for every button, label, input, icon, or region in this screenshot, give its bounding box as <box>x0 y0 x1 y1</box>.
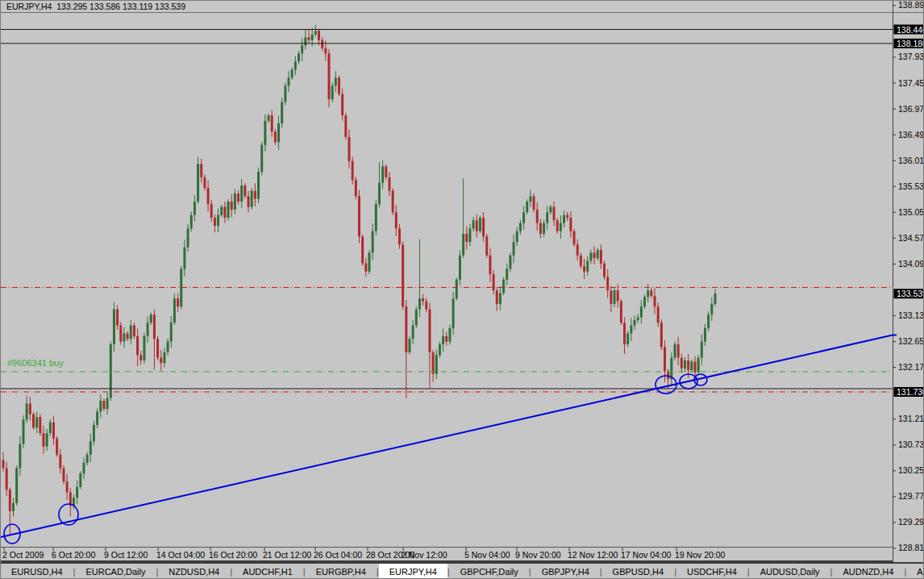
candle-body <box>127 334 129 339</box>
candle-body <box>654 296 656 306</box>
candle-body <box>248 196 250 206</box>
tab-usdchf-h4[interactable]: USDCHF,H4 <box>676 564 747 579</box>
candle-body <box>640 306 643 317</box>
candle-body <box>381 167 384 183</box>
candle-body <box>348 137 350 161</box>
candle-body <box>566 215 568 218</box>
candle-body <box>522 212 525 223</box>
candle-body <box>560 223 562 231</box>
candle-body <box>593 252 596 258</box>
candle-body <box>231 202 233 210</box>
candle-body <box>96 411 98 425</box>
candle-body <box>502 280 505 294</box>
candle-body <box>42 433 44 447</box>
tab-gbpusd-h4[interactable]: GBPUSD,H4 <box>602 564 675 579</box>
candle-body <box>442 336 444 344</box>
candle-body <box>664 347 666 371</box>
candle-body <box>620 301 622 323</box>
tab-eurusd-h4[interactable]: EURUSD,H4 <box>1 564 73 579</box>
candle-body <box>29 403 31 414</box>
candle-body <box>35 417 38 427</box>
candle-body <box>626 334 629 344</box>
candle-body <box>268 115 270 121</box>
candle-body <box>361 236 364 263</box>
candle-body <box>207 188 210 204</box>
candle-body <box>116 309 119 325</box>
candle-body <box>19 444 21 468</box>
time-label: 19 Nov 20:00 <box>675 550 726 560</box>
candle-body <box>2 460 5 468</box>
tab-gbpjpy-h4[interactable]: GBPJPY,H4 <box>531 564 600 579</box>
price-axis[interactable]: 138.890137.930137.450136.970136.490136.0… <box>893 1 924 562</box>
candle-body <box>93 425 95 441</box>
time-label: 9 Nov 20:00 <box>515 550 561 560</box>
candle-body <box>513 242 515 256</box>
price-box-label: 131.730 <box>897 387 924 397</box>
candle-body <box>435 355 438 373</box>
candle-body <box>203 177 206 188</box>
candle-body <box>600 250 602 264</box>
candle-body <box>412 326 414 339</box>
tab-eurgbp-h4[interactable]: EURGBP,H4 <box>306 564 377 579</box>
chart-area[interactable]: #9606341 buy2 Oct 20096 Oct 20:009 Oct 1… <box>1 1 893 562</box>
candle-body <box>197 164 199 202</box>
candle-body <box>227 202 230 218</box>
candle-body <box>200 164 202 177</box>
candle-body <box>281 102 283 123</box>
price-tick-label: 129.770 <box>898 491 924 501</box>
candle-body <box>617 290 619 301</box>
candle-body <box>106 398 109 409</box>
candle-body <box>526 202 528 212</box>
candle-body <box>707 314 710 328</box>
candle-body <box>167 342 169 352</box>
candle-body <box>465 234 468 242</box>
tab-audchf-h1[interactable]: AUDCHF,H1 <box>232 564 303 579</box>
tab-eurcad-daily[interactable]: EURCAD,Daily <box>75 564 156 579</box>
candle-body <box>556 220 559 231</box>
candle-body <box>710 304 713 314</box>
candle-body <box>589 252 592 260</box>
price-tick-label: 136.010 <box>898 156 924 165</box>
candle-body <box>549 207 551 213</box>
tab-audusd-daily[interactable]: AUDUSD,Daily <box>750 564 830 579</box>
tab-audnzd-h4[interactable]: AUDNZD,H4 <box>832 564 904 579</box>
candle-body <box>462 234 464 256</box>
candle-body <box>364 264 367 272</box>
candle-body <box>243 185 246 196</box>
candle-body <box>539 223 542 234</box>
candle-body <box>392 191 394 213</box>
candle-body <box>119 326 122 342</box>
price-tick-label: 128.810 <box>898 543 924 552</box>
candle-body <box>647 290 649 297</box>
candle-body <box>368 252 370 271</box>
candle-body <box>687 360 689 370</box>
tab-audcad-h4[interactable]: AUDCAD,H4 <box>906 564 924 579</box>
candle-body <box>274 131 277 142</box>
trendline[interactable] <box>1 335 893 538</box>
candle-body <box>408 339 410 352</box>
price-box-label: 138.446 <box>897 25 924 35</box>
candle-body <box>335 77 337 85</box>
order-label: #9606341 buy <box>7 358 64 368</box>
candle-body <box>603 264 606 277</box>
tab-eurjpy-h4[interactable]: EURJPY,H4 <box>379 564 447 579</box>
candle-body <box>99 401 102 411</box>
candle-body <box>223 207 226 218</box>
time-label: 9 Oct 12:00 <box>104 550 148 560</box>
candle-body <box>328 53 331 99</box>
candle-body <box>448 328 451 342</box>
tab-gbpchf-daily[interactable]: GBPCHF,Daily <box>450 564 529 579</box>
candle-body <box>264 121 266 145</box>
candles-layer <box>2 25 717 535</box>
candle-body <box>536 210 539 223</box>
candle-body <box>311 35 314 40</box>
time-label: 14 Oct 04:00 <box>156 550 205 560</box>
price-tick-label: 133.130 <box>898 310 924 320</box>
tab-nzdusd-h4[interactable]: NZDUSD,H4 <box>158 564 230 579</box>
time-axis[interactable]: 2 Oct 20096 Oct 20:009 Oct 12:0014 Oct 0… <box>2 548 726 560</box>
candle-body <box>240 185 243 202</box>
candle-body <box>76 487 78 498</box>
candle-body <box>697 358 700 373</box>
candle-body <box>388 177 390 191</box>
candle-body <box>102 401 105 409</box>
